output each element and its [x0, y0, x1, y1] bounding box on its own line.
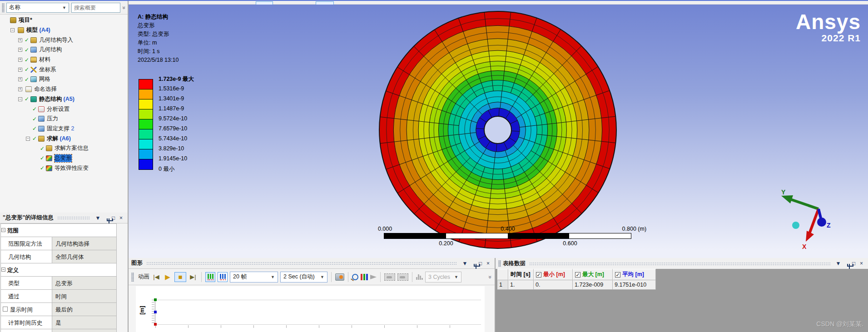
outline-sidebar: 名称 ▼ » 项目*−模型 (A4)+✓几何结构导入+✓几何结构+✓材料+✓坐标…	[0, 1, 129, 332]
tree-item-project[interactable]: 项目*	[0, 15, 128, 25]
toolbar-grip[interactable]	[498, 260, 501, 267]
legend-color-block	[139, 159, 153, 169]
expand-toggle-icon[interactable]: +	[18, 68, 22, 72]
tree-item-analysis-settings[interactable]: ✓分析设置	[0, 104, 128, 114]
contour-bands-icon[interactable]	[361, 274, 368, 280]
tree-item-solution-information[interactable]: ✓求解方案信息	[0, 144, 128, 154]
result-chart-icon[interactable]	[416, 274, 423, 280]
details-row-value[interactable]: 全部几何体	[52, 250, 116, 263]
tree-item-solution[interactable]: −✓求解 (A6)	[0, 134, 128, 144]
cycles-dropdown[interactable]: 3 Cycles ▼	[425, 272, 461, 282]
expand-toggle-icon[interactable]: +	[18, 48, 22, 52]
column-checkbox-checked[interactable]: ✓	[536, 272, 541, 277]
equivalent-elastic-strain-icon	[46, 165, 52, 171]
chevron-down-icon[interactable]: ▼	[834, 260, 842, 267]
distributed-keyframes-icon[interactable]	[205, 272, 215, 282]
chevron-down-icon[interactable]: ▼	[461, 260, 469, 267]
details-row-value[interactable]: 最后的	[52, 303, 116, 316]
details-row-value[interactable]: 是	[52, 316, 116, 329]
details-row-value[interactable]: 时间	[52, 290, 116, 302]
column-checkbox-checked[interactable]: ✓	[575, 272, 580, 277]
details-row-value[interactable]: 总变形	[52, 277, 116, 289]
collapse-toggle-icon[interactable]: −	[26, 137, 30, 141]
collapse-toggle-icon[interactable]: −	[18, 97, 22, 101]
collapse-toggle-icon[interactable]: −	[10, 28, 15, 32]
undistributed-keyframes-icon[interactable]	[218, 272, 228, 282]
tree-item-pressure[interactable]: ✓压力	[0, 114, 128, 124]
play-button[interactable]: ▶	[163, 272, 172, 282]
name-filter-dropdown[interactable]: 名称 ▼	[6, 3, 69, 13]
x-axis-arrow[interactable]	[806, 231, 814, 242]
chevron-down-icon: ▼	[320, 275, 324, 279]
duration-dropdown[interactable]: 2 Sec (自动) ▼	[280, 272, 327, 282]
iso-view-ball[interactable]	[792, 222, 799, 229]
y-axis-arrow[interactable]	[781, 195, 793, 203]
details-row-label: 显示时间	[1, 303, 52, 316]
toolbar-overflow-chevron[interactable]: »	[487, 275, 494, 278]
check-icon: ✓	[40, 155, 45, 161]
expand-toggle-icon[interactable]: +	[18, 77, 22, 81]
tree-item-label: 几何结构	[39, 46, 62, 54]
toolbar-overflow-chevron[interactable]: »	[121, 6, 128, 9]
toolbar-grip[interactable]	[131, 273, 134, 282]
z-axis-label: Z	[827, 222, 831, 229]
stop-button[interactable]: ■	[174, 272, 186, 282]
close-icon[interactable]: ×	[858, 260, 865, 267]
step-back-button[interactable]: |◀	[152, 272, 161, 282]
details-row-label: 类型	[1, 277, 52, 289]
close-icon[interactable]: ×	[484, 260, 492, 267]
orientation-triad[interactable]: Y X Z	[768, 181, 836, 256]
tree-item-fixed-support[interactable]: ✓固定支撑 2	[0, 124, 128, 134]
tree-item-geometry-import[interactable]: +✓几何结构导入	[0, 35, 128, 45]
check-icon: ✓	[40, 165, 45, 171]
export-video-icon[interactable]	[335, 273, 344, 281]
details-section-row[interactable]: −范围	[0, 224, 117, 237]
table-header-cell[interactable]: ✓最小 [m]	[534, 269, 573, 280]
export-frames-icon[interactable]	[384, 273, 395, 281]
check-icon: ✓	[25, 76, 29, 83]
expand-toggle-icon[interactable]: +	[18, 58, 22, 62]
tree-item-geometry[interactable]: +✓几何结构	[0, 45, 128, 55]
tree-item-model[interactable]: −模型 (A4)	[0, 25, 128, 35]
expand-toggle-icon[interactable]: +	[18, 87, 22, 91]
tree-item-equivalent-elastic-strain[interactable]: ✓等效弹性应变	[0, 163, 128, 173]
details-row-label: 计算时间历史	[1, 316, 52, 329]
search-input[interactable]	[71, 3, 120, 13]
z-axis-ball[interactable]	[817, 218, 826, 227]
step-forward-button[interactable]: ▶|	[188, 272, 198, 282]
details-row-value[interactable]: 几何结构选择	[52, 237, 116, 250]
chart-x-ticks	[155, 325, 481, 328]
close-icon[interactable]: ×	[117, 215, 125, 221]
tree-item-total-deformation[interactable]: ✓总变形	[0, 154, 128, 164]
table-header-cell[interactable]: 时间 [s]	[508, 269, 534, 280]
collapse-toggle-icon[interactable]: −	[1, 268, 5, 272]
ruler-label: 0.400	[501, 226, 515, 232]
tree-item-named-selections[interactable]: +命名选择	[0, 84, 128, 94]
tree-item-static-structural[interactable]: −✓静态结构 (A5)	[0, 94, 128, 104]
export-frames-settings-icon[interactable]	[397, 273, 408, 281]
tree-item-materials[interactable]: +✓材料	[0, 55, 128, 65]
checkbox-unchecked[interactable]	[3, 307, 8, 312]
details-row-value[interactable]	[52, 329, 116, 332]
table-header-cell[interactable]: ✓最大 [m]	[573, 269, 613, 280]
toolbar-grip[interactable]	[2, 3, 5, 12]
legend-value-label: 0 最小	[159, 165, 174, 173]
column-checkbox-checked[interactable]: ✓	[615, 272, 620, 277]
geometry-viewport[interactable]: A: 静态结构总变形类型: 总变形单位: m时间: 1 s2022/5/18 1…	[129, 5, 868, 258]
cycles-value: 3 Cycles	[428, 274, 450, 280]
details-section-row[interactable]: −定义	[0, 263, 117, 277]
check-icon: ✓	[25, 66, 29, 73]
tree-item-label: 分析设置	[47, 105, 69, 113]
frames-dropdown[interactable]: 20 帧 ▼	[230, 272, 278, 282]
tree-item-mesh[interactable]: +✓网格	[0, 74, 128, 84]
table-header-cell[interactable]: ✓平均 [m]	[613, 269, 656, 280]
table-header-cell[interactable]	[497, 269, 508, 280]
expand-toggle-icon[interactable]: +	[18, 38, 22, 42]
probe-icon[interactable]	[370, 275, 377, 279]
tree-item-label: 等效弹性应变	[55, 164, 89, 172]
tree-item-coordinate-systems[interactable]: +✓坐标系	[0, 64, 128, 74]
chevron-down-icon[interactable]: ▼	[94, 215, 102, 221]
collapse-toggle-icon[interactable]: −	[1, 228, 5, 232]
zoom-graph-icon[interactable]	[352, 274, 358, 280]
ruler-label: 0.000	[378, 226, 392, 232]
